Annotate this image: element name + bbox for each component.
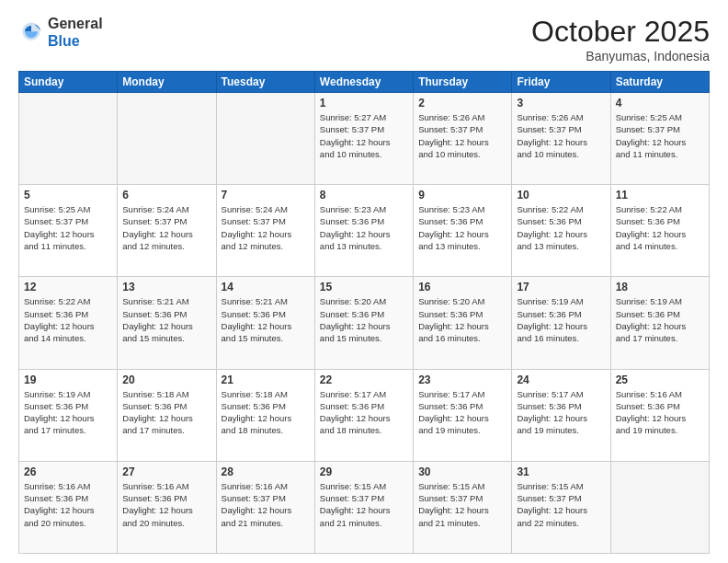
day-number: 9 [418, 189, 506, 201]
day-info: Sunrise: 5:16 AM Sunset: 5:37 PM Dayligh… [222, 480, 310, 529]
month-title: October 2025 [531, 15, 710, 49]
calendar-cell: 1Sunrise: 5:27 AM Sunset: 5:37 PM Daylig… [314, 93, 413, 185]
day-info: Sunrise: 5:15 AM Sunset: 5:37 PM Dayligh… [320, 480, 408, 529]
calendar-cell: 31Sunrise: 5:15 AM Sunset: 5:37 PM Dayli… [512, 461, 610, 553]
calendar-cell: 3Sunrise: 5:26 AM Sunset: 5:37 PM Daylig… [512, 93, 610, 185]
page: General Blue October 2025 Banyumas, Indo… [0, 0, 728, 563]
day-number: 13 [122, 281, 210, 293]
day-info: Sunrise: 5:26 AM Sunset: 5:37 PM Dayligh… [418, 111, 506, 160]
day-number: 16 [418, 281, 506, 293]
calendar-cell: 24Sunrise: 5:17 AM Sunset: 5:36 PM Dayli… [512, 369, 610, 461]
day-info: Sunrise: 5:20 AM Sunset: 5:36 PM Dayligh… [320, 295, 408, 344]
calendar-cell [118, 93, 216, 185]
day-number: 27 [122, 465, 210, 478]
day-info: Sunrise: 5:19 AM Sunset: 5:36 PM Dayligh… [517, 295, 605, 344]
logo-general: General [48, 16, 103, 31]
calendar-day-header: Thursday [414, 72, 512, 93]
calendar-cell [216, 93, 314, 185]
day-info: Sunrise: 5:17 AM Sunset: 5:36 PM Dayligh… [320, 388, 408, 437]
calendar-cell: 15Sunrise: 5:20 AM Sunset: 5:36 PM Dayli… [314, 277, 413, 369]
day-number: 23 [418, 373, 506, 386]
day-info: Sunrise: 5:22 AM Sunset: 5:36 PM Dayligh… [616, 203, 704, 252]
calendar-cell: 18Sunrise: 5:19 AM Sunset: 5:36 PM Dayli… [610, 277, 709, 369]
calendar-cell: 16Sunrise: 5:20 AM Sunset: 5:36 PM Dayli… [414, 277, 512, 369]
day-info: Sunrise: 5:25 AM Sunset: 5:37 PM Dayligh… [616, 111, 704, 160]
day-info: Sunrise: 5:17 AM Sunset: 5:36 PM Dayligh… [418, 388, 506, 437]
day-info: Sunrise: 5:18 AM Sunset: 5:36 PM Dayligh… [122, 388, 210, 437]
day-number: 18 [616, 281, 704, 293]
calendar-cell: 20Sunrise: 5:18 AM Sunset: 5:36 PM Dayli… [118, 369, 216, 461]
day-info: Sunrise: 5:17 AM Sunset: 5:36 PM Dayligh… [517, 388, 605, 437]
day-number: 2 [418, 97, 506, 109]
logo-icon [18, 19, 44, 45]
location: Banyumas, Indonesia [531, 49, 710, 63]
day-number: 28 [222, 465, 310, 478]
day-info: Sunrise: 5:23 AM Sunset: 5:36 PM Dayligh… [320, 203, 408, 252]
logo: General Blue [18, 15, 103, 50]
calendar-cell [610, 461, 709, 553]
calendar-week-row: 19Sunrise: 5:19 AM Sunset: 5:36 PM Dayli… [19, 369, 710, 461]
day-number: 21 [222, 373, 310, 386]
day-info: Sunrise: 5:24 AM Sunset: 5:37 PM Dayligh… [222, 203, 310, 252]
day-number: 7 [222, 189, 310, 201]
day-number: 3 [517, 97, 605, 109]
logo-blue: Blue [48, 33, 80, 49]
calendar-day-header: Saturday [610, 72, 709, 93]
calendar-cell: 23Sunrise: 5:17 AM Sunset: 5:36 PM Dayli… [414, 369, 512, 461]
day-number: 4 [616, 97, 704, 109]
calendar-cell: 10Sunrise: 5:22 AM Sunset: 5:36 PM Dayli… [512, 185, 610, 277]
day-info: Sunrise: 5:24 AM Sunset: 5:37 PM Dayligh… [122, 203, 210, 252]
day-info: Sunrise: 5:22 AM Sunset: 5:36 PM Dayligh… [24, 295, 112, 344]
calendar-cell: 17Sunrise: 5:19 AM Sunset: 5:36 PM Dayli… [512, 277, 610, 369]
calendar-cell: 19Sunrise: 5:19 AM Sunset: 5:36 PM Dayli… [19, 369, 118, 461]
day-info: Sunrise: 5:15 AM Sunset: 5:37 PM Dayligh… [517, 480, 605, 529]
title-block: October 2025 Banyumas, Indonesia [531, 15, 710, 63]
day-number: 10 [517, 189, 605, 201]
calendar-header-row: SundayMondayTuesdayWednesdayThursdayFrid… [19, 72, 710, 93]
day-number: 30 [418, 465, 506, 478]
day-number: 22 [320, 373, 408, 386]
day-info: Sunrise: 5:19 AM Sunset: 5:36 PM Dayligh… [616, 295, 704, 344]
day-number: 29 [320, 465, 408, 478]
day-info: Sunrise: 5:19 AM Sunset: 5:36 PM Dayligh… [24, 388, 112, 437]
day-info: Sunrise: 5:26 AM Sunset: 5:37 PM Dayligh… [517, 111, 605, 160]
day-number: 8 [320, 189, 408, 201]
calendar-cell: 26Sunrise: 5:16 AM Sunset: 5:36 PM Dayli… [19, 461, 118, 553]
calendar-cell: 6Sunrise: 5:24 AM Sunset: 5:37 PM Daylig… [118, 185, 216, 277]
calendar-cell: 13Sunrise: 5:21 AM Sunset: 5:36 PM Dayli… [118, 277, 216, 369]
day-number: 6 [122, 189, 210, 201]
calendar-cell: 9Sunrise: 5:23 AM Sunset: 5:36 PM Daylig… [414, 185, 512, 277]
calendar-cell: 11Sunrise: 5:22 AM Sunset: 5:36 PM Dayli… [610, 185, 709, 277]
calendar-week-row: 12Sunrise: 5:22 AM Sunset: 5:36 PM Dayli… [19, 277, 710, 369]
day-info: Sunrise: 5:25 AM Sunset: 5:37 PM Dayligh… [24, 203, 112, 252]
calendar-day-header: Friday [512, 72, 610, 93]
calendar-cell: 5Sunrise: 5:25 AM Sunset: 5:37 PM Daylig… [19, 185, 118, 277]
day-number: 20 [122, 373, 210, 386]
calendar-cell: 27Sunrise: 5:16 AM Sunset: 5:36 PM Dayli… [118, 461, 216, 553]
day-info: Sunrise: 5:23 AM Sunset: 5:36 PM Dayligh… [418, 203, 506, 252]
calendar-cell: 4Sunrise: 5:25 AM Sunset: 5:37 PM Daylig… [610, 93, 709, 185]
day-info: Sunrise: 5:18 AM Sunset: 5:36 PM Dayligh… [222, 388, 310, 437]
calendar-week-row: 5Sunrise: 5:25 AM Sunset: 5:37 PM Daylig… [19, 185, 710, 277]
day-number: 25 [616, 373, 704, 386]
calendar-week-row: 1Sunrise: 5:27 AM Sunset: 5:37 PM Daylig… [19, 93, 710, 185]
calendar-cell: 2Sunrise: 5:26 AM Sunset: 5:37 PM Daylig… [414, 93, 512, 185]
calendar-cell: 7Sunrise: 5:24 AM Sunset: 5:37 PM Daylig… [216, 185, 314, 277]
calendar-cell [19, 93, 118, 185]
calendar-cell: 8Sunrise: 5:23 AM Sunset: 5:36 PM Daylig… [314, 185, 413, 277]
day-number: 1 [320, 97, 408, 109]
calendar-table: SundayMondayTuesdayWednesdayThursdayFrid… [18, 71, 710, 554]
day-info: Sunrise: 5:27 AM Sunset: 5:37 PM Dayligh… [320, 111, 408, 160]
day-number: 15 [320, 281, 408, 293]
day-number: 26 [24, 465, 112, 478]
day-number: 12 [24, 281, 112, 293]
calendar-cell: 29Sunrise: 5:15 AM Sunset: 5:37 PM Dayli… [314, 461, 413, 553]
calendar-cell: 28Sunrise: 5:16 AM Sunset: 5:37 PM Dayli… [216, 461, 314, 553]
day-info: Sunrise: 5:21 AM Sunset: 5:36 PM Dayligh… [122, 295, 210, 344]
calendar-day-header: Monday [118, 72, 216, 93]
day-info: Sunrise: 5:16 AM Sunset: 5:36 PM Dayligh… [616, 388, 704, 437]
calendar-cell: 22Sunrise: 5:17 AM Sunset: 5:36 PM Dayli… [314, 369, 413, 461]
day-number: 11 [616, 189, 704, 201]
day-number: 19 [24, 373, 112, 386]
day-info: Sunrise: 5:20 AM Sunset: 5:36 PM Dayligh… [418, 295, 506, 344]
